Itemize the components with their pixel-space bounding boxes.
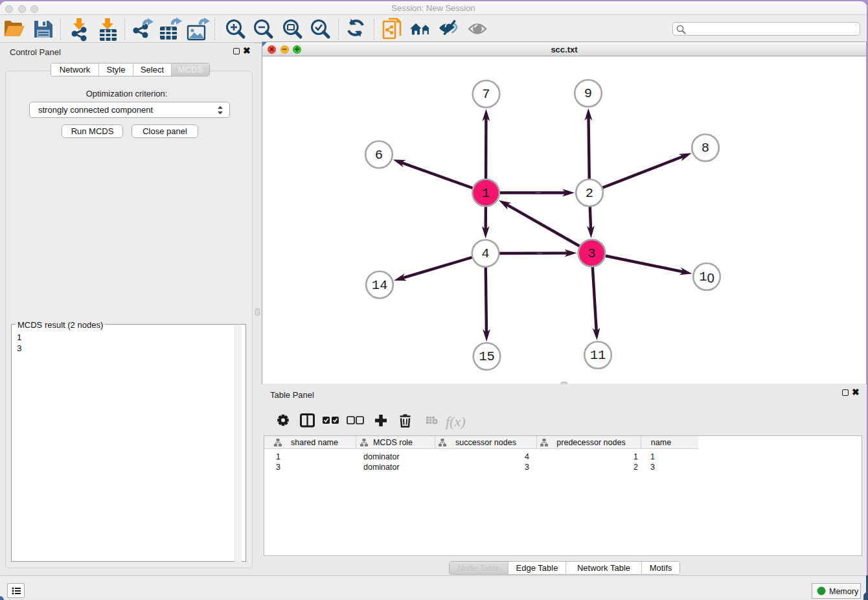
svg-text:Memory: Memory <box>829 587 859 596</box>
svg-text:14: 14 <box>372 278 388 293</box>
svg-text:2: 2 <box>586 186 593 201</box>
svg-text:11: 11 <box>590 348 606 363</box>
svg-text:7: 7 <box>482 87 490 102</box>
svg-text:f(x): f(x) <box>446 413 466 430</box>
svg-text:6: 6 <box>375 148 383 163</box>
svg-text:10: 10 <box>699 270 714 284</box>
svg-text:4: 4 <box>481 246 489 261</box>
svg-text:3: 3 <box>588 246 595 261</box>
svg-text:1: 1 <box>482 186 490 201</box>
svg-text:9: 9 <box>584 86 592 101</box>
svg-text:8: 8 <box>702 141 709 156</box>
svg-text:15: 15 <box>479 349 495 364</box>
